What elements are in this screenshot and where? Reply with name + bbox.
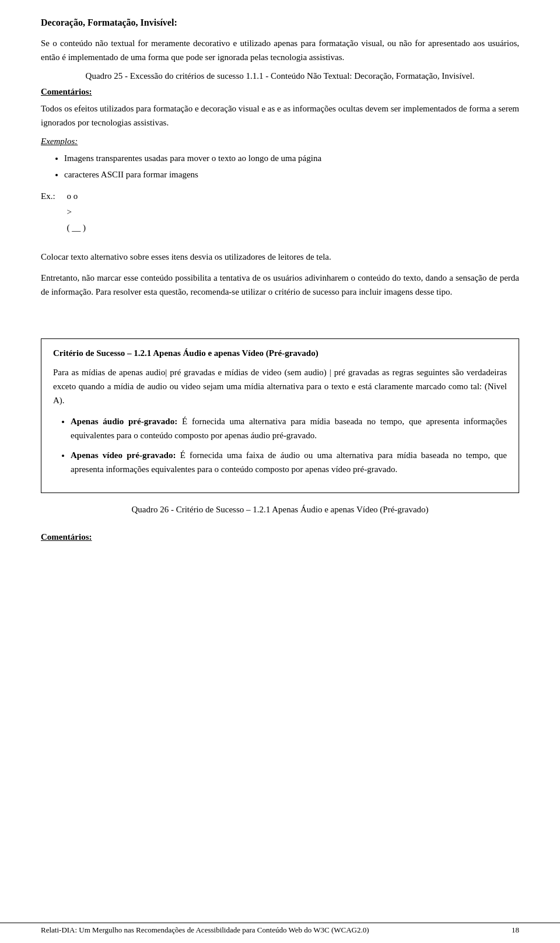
examples-list: Imagens transparentes usadas para mover … — [64, 151, 519, 181]
section-title: Decoração, Formatação, Invisível: — [41, 18, 519, 28]
ex-label: Ex.: — [41, 188, 55, 243]
list-item: caracteres ASCII para formar imagens — [64, 167, 519, 181]
criteria-box: Critério de Sucesso – 1.2.1 Apenas Áudio… — [41, 338, 519, 493]
comments-paragraph: Todos os efeitos utilizados para formata… — [41, 102, 519, 130]
footer-right: 18 — [512, 925, 519, 935]
quadro26-label: Quadro 26 - Critério de Sucesso – 1.2.1 … — [41, 505, 519, 515]
bullet-bold-2: Apenas vídeo pré-gravado: — [71, 450, 176, 460]
intro-paragraph: Se o conteúdo não textual for meramente … — [41, 36, 519, 64]
list-item: Apenas áudio pré-gravado: É fornecida um… — [71, 414, 507, 442]
bullet-bold-1: Apenas áudio pré-gravado: — [71, 417, 177, 426]
comments-label: Comentários: — [41, 87, 519, 97]
box-paragraph1: Para as mídias de apenas audio| pré grav… — [53, 365, 507, 407]
footer-left: Relati-DIA: Um Mergulho nas Recomendaçõe… — [41, 925, 369, 935]
colocar-paragraph: Colocar texto alternativo sobre esses it… — [41, 250, 519, 264]
box-title: Critério de Sucesso – 1.2.1 Apenas Áudio… — [53, 348, 507, 358]
ex-line-2: > — [67, 204, 86, 220]
list-item: Imagens transparentes usadas para mover … — [64, 151, 519, 165]
ex-block-wrapper: Ex.: o o > ( __ ) — [41, 188, 519, 243]
entretanto-paragraph: Entretanto, não marcar esse conteúdo pos… — [41, 271, 519, 299]
ex-line-1: o o — [67, 188, 86, 204]
ex-content: o o > ( __ ) — [67, 188, 86, 236]
box-bullet-list: Apenas áudio pré-gravado: É fornecida um… — [71, 414, 507, 476]
comments2-label: Comentários: — [41, 532, 519, 542]
footer: Relati-DIA: Um Mergulho nas Recomendaçõe… — [0, 923, 560, 937]
ex-line-3: ( __ ) — [67, 220, 86, 236]
list-item: Apenas vídeo pré-gravado: É fornecida um… — [71, 448, 507, 476]
page-container: Decoração, Formatação, Invisível: Se o c… — [0, 0, 560, 943]
examples-label: Exemplos: — [41, 137, 519, 146]
quadro25-label: Quadro 25 - Excessão do critérios de suc… — [41, 71, 519, 81]
